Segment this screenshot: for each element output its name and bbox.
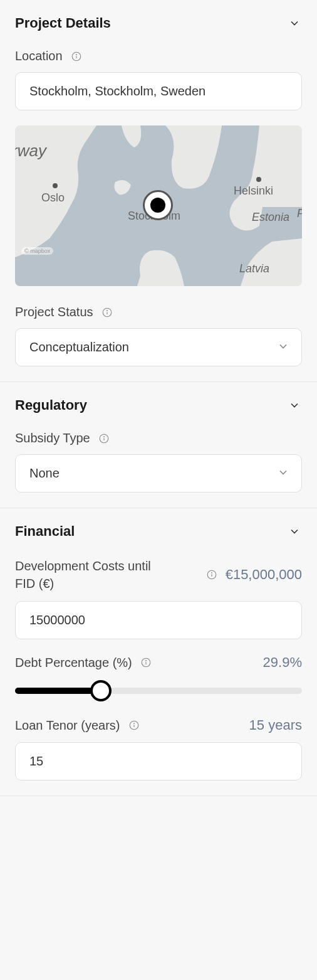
loan-tenor-input[interactable]	[15, 742, 302, 780]
dev-costs-field: Development Costs until FID (€) €15,000,…	[15, 557, 302, 639]
financial-section: Financial Development Costs until FID (€…	[0, 508, 317, 796]
info-icon[interactable]	[70, 50, 83, 63]
regulatory-title: Regulatory	[15, 397, 87, 413]
loan-tenor-label: Loan Tenor (years)	[15, 718, 120, 733]
subsidy-type-label: Subsidy Type	[15, 431, 90, 445]
debt-pct-slider[interactable]	[15, 679, 302, 702]
map-label-norway: rway	[15, 141, 46, 161]
regulatory-header[interactable]: Regulatory	[15, 397, 302, 413]
financial-title: Financial	[15, 523, 75, 540]
debt-pct-label: Debt Percentage (%)	[15, 656, 132, 670]
debt-pct-field: Debt Percentage (%) 29.9%	[15, 654, 302, 702]
project-details-header[interactable]: Project Details	[15, 15, 302, 31]
info-icon[interactable]	[205, 568, 218, 581]
svg-point-2	[76, 54, 76, 55]
svg-point-6	[107, 310, 107, 311]
dev-costs-display: €15,000,000	[226, 567, 302, 583]
location-field: Location	[15, 49, 302, 110]
debt-pct-display: 29.9%	[263, 654, 302, 671]
chevron-down-icon	[287, 398, 302, 413]
location-map[interactable]: rway Oslo Stockholm Helsinki Estonia F L…	[15, 125, 302, 286]
financial-header[interactable]: Financial	[15, 523, 302, 540]
location-input[interactable]	[15, 72, 302, 110]
chevron-down-icon	[287, 524, 302, 539]
map-dot-helsinki	[256, 177, 261, 182]
map-label-f: F	[297, 207, 302, 220]
svg-point-9	[103, 436, 104, 437]
regulatory-section: Regulatory Subsidy Type None	[0, 382, 317, 508]
map-label-latvia: Latvia	[239, 262, 269, 275]
loan-tenor-field: Loan Tenor (years) 15 years	[15, 717, 302, 780]
dev-costs-input[interactable]	[15, 601, 302, 639]
subsidy-type-field: Subsidy Type None	[15, 431, 302, 493]
info-icon[interactable]	[101, 306, 113, 319]
svg-point-12	[211, 573, 212, 573]
project-details-title: Project Details	[15, 15, 111, 31]
map-dot-oslo	[53, 183, 58, 188]
chevron-down-icon	[287, 16, 302, 31]
map-label-oslo: Oslo	[41, 191, 65, 205]
info-icon[interactable]	[98, 432, 110, 445]
dev-costs-label: Development Costs until FID (€)	[15, 557, 153, 592]
info-icon[interactable]	[140, 656, 152, 669]
info-icon[interactable]	[128, 719, 140, 732]
map-label-helsinki: Helsinki	[234, 184, 273, 198]
map-pin[interactable]	[143, 190, 173, 220]
map-label-estonia: Estonia	[252, 211, 289, 224]
svg-point-18	[133, 723, 134, 724]
location-label: Location	[15, 49, 63, 63]
project-status-field: Project Status Conceptualization	[15, 305, 302, 366]
loan-tenor-display: 15 years	[249, 717, 302, 733]
project-details-section: Project Details Location rway Oslo Stock…	[0, 0, 317, 382]
project-status-select[interactable]: Conceptualization	[15, 328, 302, 366]
map-attribution: © mapbox	[21, 247, 53, 255]
subsidy-type-select[interactable]: None	[15, 454, 302, 493]
svg-point-15	[145, 661, 146, 661]
project-status-label: Project Status	[15, 305, 93, 319]
